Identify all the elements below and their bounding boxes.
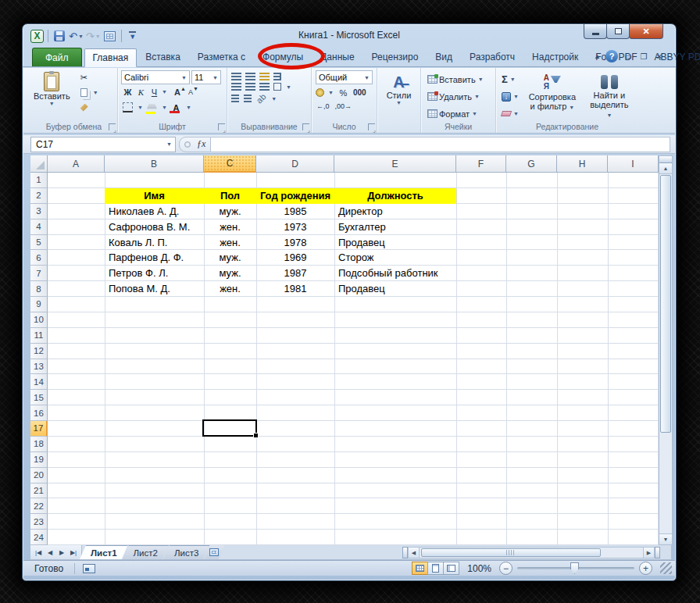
normal-view-button[interactable] bbox=[412, 562, 428, 575]
orientation-icon[interactable]: ab bbox=[255, 91, 268, 105]
horizontal-scroll-track[interactable] bbox=[420, 547, 643, 558]
zoom-in-button[interactable]: + bbox=[639, 562, 652, 575]
cells-area[interactable]: ИмяПолГод рожденияДолжность Николаев А. … bbox=[48, 173, 659, 545]
underline-button[interactable]: Ч bbox=[148, 85, 161, 98]
font-name-combo[interactable]: Calibri▼ bbox=[121, 70, 190, 84]
cell-name[interactable]: Сафронова В. М. bbox=[105, 219, 204, 235]
ribbon-tab[interactable]: Надстройк bbox=[523, 48, 587, 66]
last-sheet-icon[interactable]: ▶| bbox=[68, 549, 79, 556]
page-layout-view-button[interactable] bbox=[427, 562, 444, 575]
merge-center-icon[interactable] bbox=[273, 83, 281, 91]
ribbon-tab[interactable]: Рецензиро bbox=[363, 48, 427, 66]
increase-decimal-button[interactable]: ←,0 bbox=[316, 102, 330, 110]
bold-button[interactable]: Ж bbox=[121, 85, 134, 98]
align-left-icon[interactable] bbox=[231, 83, 241, 91]
wrap-text-icon[interactable] bbox=[273, 73, 281, 80]
title-bar[interactable]: X ↶▼ ↷▼ ▼ Книга1 - Microsoft Excel ✕ bbox=[23, 24, 676, 48]
align-right-icon[interactable] bbox=[259, 83, 270, 91]
column-header-cell[interactable]: F bbox=[456, 155, 506, 173]
row-header-cell[interactable]: 20 bbox=[30, 468, 48, 483]
shrink-font-button[interactable]: А▼ bbox=[187, 85, 200, 98]
fill-color-button[interactable] bbox=[145, 101, 159, 114]
cell-position[interactable]: Бухгалтер bbox=[334, 219, 456, 235]
column-header-cell[interactable]: A bbox=[48, 155, 105, 173]
row-header-cell[interactable]: 4 bbox=[30, 219, 48, 235]
row-header-cell[interactable]: 10 bbox=[30, 312, 48, 328]
row-header-cell[interactable]: 15 bbox=[30, 390, 48, 405]
tab-file[interactable]: Файл bbox=[32, 48, 82, 66]
row-header-cell[interactable]: 6 bbox=[30, 250, 48, 266]
restore-button[interactable] bbox=[606, 24, 630, 39]
font-color-button[interactable]: А bbox=[170, 101, 183, 114]
horizontal-split-handle[interactable] bbox=[655, 547, 660, 558]
merge-caret[interactable]: ▼ bbox=[286, 84, 291, 90]
row-header-cell[interactable]: 17 bbox=[30, 421, 48, 437]
help-icon[interactable]: ? bbox=[605, 50, 618, 62]
scroll-down-icon[interactable]: ▼ bbox=[659, 533, 672, 544]
number-format-combo[interactable]: Общий▼ bbox=[316, 70, 373, 84]
table-header-cell[interactable]: Должность bbox=[334, 188, 456, 204]
scroll-right-icon[interactable]: ▶ bbox=[643, 547, 655, 558]
first-sheet-icon[interactable]: |◀ bbox=[33, 549, 44, 556]
row-header-cell[interactable]: 13 bbox=[30, 359, 48, 375]
font-dialog-launcher[interactable] bbox=[218, 123, 225, 130]
ribbon-tab[interactable]: Разметка с bbox=[189, 48, 254, 66]
thousands-button[interactable]: 000 bbox=[353, 88, 366, 97]
clipboard-dialog-launcher[interactable] bbox=[109, 123, 116, 130]
tab-split-handle[interactable] bbox=[402, 547, 408, 558]
insert-cells-button[interactable]: Вставить▼ bbox=[425, 72, 491, 87]
cell-name[interactable]: Петров Ф. Л. bbox=[105, 266, 204, 281]
align-middle-icon[interactable] bbox=[245, 73, 255, 80]
decrease-decimal-button[interactable]: ,00→ bbox=[335, 102, 352, 110]
currency-icon[interactable] bbox=[316, 88, 324, 97]
table-header-cell[interactable]: Имя bbox=[105, 188, 204, 204]
cell-name[interactable]: Попова М. Д. bbox=[105, 281, 204, 297]
row-header-cell[interactable]: 2 bbox=[30, 188, 48, 204]
row-header-cell[interactable]: 19 bbox=[30, 452, 48, 468]
row-header-cell[interactable]: 7 bbox=[30, 266, 48, 281]
ribbon-tab[interactable]: Разработч bbox=[461, 48, 523, 66]
format-painter-button[interactable] bbox=[78, 100, 101, 115]
row-header-cell[interactable]: 24 bbox=[30, 530, 48, 545]
cell-birth-year[interactable]: 1969 bbox=[256, 250, 334, 266]
increase-indent-icon[interactable] bbox=[244, 95, 252, 102]
column-header-cell[interactable]: I bbox=[608, 155, 659, 173]
clear-button[interactable]: ▼ bbox=[499, 106, 521, 121]
styles-button[interactable]: A̶ Стили ▼ bbox=[377, 72, 420, 107]
row-header-cell[interactable]: 21 bbox=[30, 483, 48, 499]
cell-birth-year[interactable]: 1985 bbox=[256, 204, 334, 219]
cell-birth-year[interactable]: 1978 bbox=[256, 235, 334, 251]
row-header-cell[interactable]: 1 bbox=[30, 173, 48, 188]
autosum-button[interactable]: Σ▼ bbox=[499, 72, 521, 87]
cell-gender[interactable]: жен. bbox=[204, 235, 256, 251]
underline-caret[interactable]: ▼ bbox=[162, 89, 167, 95]
zoom-out-button[interactable]: − bbox=[499, 562, 512, 575]
formula-bar-handle[interactable] bbox=[184, 141, 191, 148]
horizontal-scroll-thumb[interactable] bbox=[421, 548, 601, 557]
cell-birth-year[interactable]: 1987 bbox=[256, 266, 334, 281]
italic-button[interactable]: К bbox=[134, 85, 148, 98]
font-size-combo[interactable]: 11▼ bbox=[191, 70, 221, 84]
delete-cells-button[interactable]: Удалить▼ bbox=[425, 89, 491, 104]
next-sheet-icon[interactable]: ▶ bbox=[56, 549, 67, 556]
row-header-cell[interactable]: 23 bbox=[30, 514, 48, 530]
zoom-slider-thumb[interactable] bbox=[570, 562, 579, 574]
cell-position[interactable]: Директор bbox=[334, 204, 456, 219]
cell-gender[interactable]: муж. bbox=[204, 250, 256, 266]
format-cells-button[interactable]: Формат▼ bbox=[425, 106, 491, 121]
cell-birth-year[interactable]: 1981 bbox=[256, 281, 334, 297]
column-header-cell[interactable]: E bbox=[334, 155, 456, 173]
ribbon-tab[interactable]: Вставка bbox=[137, 48, 189, 66]
page-break-view-button[interactable] bbox=[443, 562, 459, 575]
number-dialog-launcher[interactable] bbox=[368, 123, 375, 130]
zoom-level[interactable]: 100% bbox=[467, 563, 491, 574]
row-header-cell[interactable]: 18 bbox=[30, 437, 48, 452]
column-header-cell[interactable]: G bbox=[506, 155, 557, 173]
fill-button[interactable]: ↓▼ bbox=[499, 89, 521, 104]
grow-font-button[interactable]: А▲ bbox=[173, 85, 187, 98]
workbook-close-icon[interactable]: ✕ bbox=[654, 52, 665, 61]
prev-sheet-icon[interactable]: ◀ bbox=[45, 549, 55, 556]
workbook-restore-icon[interactable]: ❐ bbox=[638, 52, 649, 61]
align-bottom-icon[interactable] bbox=[259, 73, 270, 80]
vertical-scrollbar[interactable]: ▲ ▼ bbox=[659, 155, 673, 545]
